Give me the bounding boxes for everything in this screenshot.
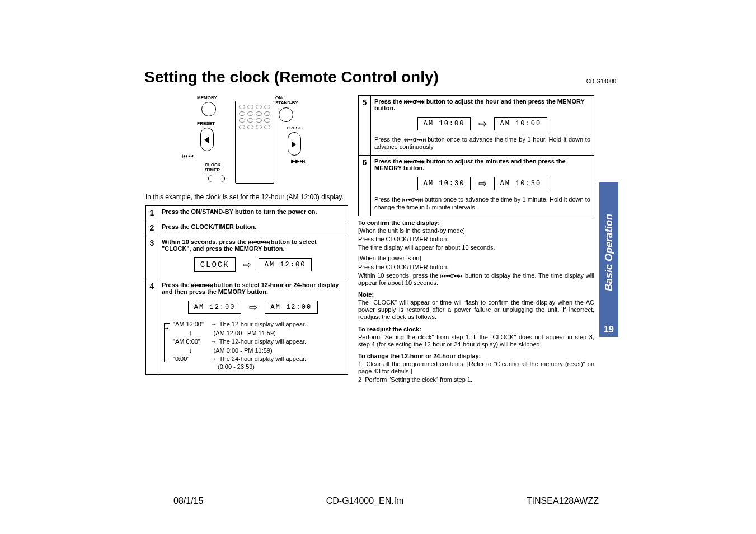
arrow-icon: ⇨ xyxy=(478,177,487,190)
steps-table-right: 5 Press the ⏮ ◀◀ or ▶▶ ⏭ button to adjus… xyxy=(358,95,594,216)
option-label: "AM 12:00" xyxy=(173,321,210,327)
skip-fwd-icon: ▶▶⏭ xyxy=(291,158,306,164)
arrow-icon: ⇨ xyxy=(478,118,487,130)
preset-left-label: PRESET xyxy=(197,121,215,126)
arrow-icon: ⇨ xyxy=(243,259,251,271)
confirm-line: [When the power is on] xyxy=(358,255,594,262)
option-label: "0:00" xyxy=(173,355,210,362)
preset-left-button-icon xyxy=(200,128,214,151)
step-row: 4 Press the ⏮ ◀◀ or ▶▶ ⏭ button to selec… xyxy=(146,279,348,375)
preset-right-button-icon xyxy=(288,132,301,156)
bracket-line xyxy=(164,323,170,362)
skip-icons: ⏮ ◀◀ or ▶▶ ⏭ xyxy=(440,273,463,279)
remote-body-icon xyxy=(235,101,274,184)
preset-right-label: PRESET xyxy=(287,125,304,130)
footer-date: 08/1/15 xyxy=(173,496,203,506)
lcd-display: CLOCK xyxy=(194,257,236,272)
option-sub: (AM 12:00 - PM 11:59) xyxy=(214,330,276,336)
step-row: 1 Press the ON/STAND-BY button to turn t… xyxy=(146,206,348,221)
model-code: CD-G14000 xyxy=(586,78,616,85)
step-cell: Within 10 seconds, press the ⏮ ◀◀ or ▶▶ … xyxy=(158,236,348,279)
on-standby-button-icon xyxy=(279,107,293,122)
page-title: Setting the clock (Remote Control only) xyxy=(144,68,439,86)
skip-icons: ⏮ ◀◀ or ▶▶ ⏭ xyxy=(404,158,425,165)
down-arrow-icon: ↓ xyxy=(189,329,192,337)
skip-icons: ⏮ ◀◀ or ▶▶ ⏭ xyxy=(248,239,269,245)
step-row: 5 Press the ⏮ ◀◀ or ▶▶ ⏭ button to adjus… xyxy=(359,96,594,156)
readjust-body: Perform "Setting the clock" from step 1.… xyxy=(358,334,594,348)
footer: 08/1/15 CD-G14000_EN.fm TINSEA128AWZZ xyxy=(173,496,599,506)
option-sub: (0:00 - 23:59) xyxy=(218,363,255,370)
lcd-display: AM 12:00 xyxy=(188,301,242,314)
page-number: 19 xyxy=(599,322,618,337)
skip-back-icon: ⏮◀◀ xyxy=(182,153,194,159)
change-item: 1 Clear all the programmed contents. [Re… xyxy=(358,360,594,375)
lcd-display: AM 10:00 xyxy=(494,117,548,130)
arrow-icon: ⇨ xyxy=(249,301,257,313)
memory-button-icon xyxy=(201,102,216,116)
confirm-line: Press the CLOCK/TIMER button. xyxy=(358,236,594,243)
skip-icons: ⏮ ◀◀ or ▶▶ ⏭ xyxy=(191,282,212,288)
step-number: 2 xyxy=(146,221,158,236)
footer-file: CD-G14000_EN.fm xyxy=(326,496,404,506)
option-desc: The 12-hour display will appear. xyxy=(219,338,306,345)
confirm-line: [When the unit is in the stand-by mode] xyxy=(358,227,594,235)
option-sub: (AM 0:00 - PM 11:59) xyxy=(214,347,273,354)
step-number: 1 xyxy=(146,206,158,221)
change-item: 2 Perform "Setting the clock" from step … xyxy=(358,376,594,383)
step-row: 6 Press the ⏮ ◀◀ or ▶▶ ⏭ button to adjus… xyxy=(359,156,594,216)
step-number: 4 xyxy=(146,279,158,375)
step-cell: Press the ⏮ ◀◀ or ▶▶ ⏭ button to adjust … xyxy=(371,156,594,216)
confirm-head: To confirm the time display: xyxy=(358,219,594,226)
step-cell: Press the ⏮ ◀◀ or ▶▶ ⏭ button to select … xyxy=(158,279,348,375)
change-head: To change the 12-hour or 24-hour display… xyxy=(358,353,594,359)
lcd-display: AM 12:00 xyxy=(265,301,318,314)
lcd-display: AM 12:00 xyxy=(259,258,312,271)
step-row: 2 Press the CLOCK/TIMER button. xyxy=(146,221,348,236)
confirm-line: Press the CLOCK/TIMER button. xyxy=(358,264,594,271)
readjust-head: To readjust the clock: xyxy=(358,326,594,332)
lcd-display: AM 10:00 xyxy=(417,117,471,130)
option-desc: The 24-hour display will appear. xyxy=(219,355,306,362)
memory-label: MEMORY xyxy=(197,95,217,100)
step-text: Press the CLOCK/TIMER button. xyxy=(158,221,348,236)
section-tab: Basic Operation xyxy=(599,182,618,322)
lcd-display: AM 10:30 xyxy=(417,177,471,190)
lcd-display: AM 10:30 xyxy=(494,177,548,190)
skip-icons: ⏮ ◀◀ or ▶▶ ⏭ xyxy=(402,196,423,203)
clock-timer-label: CLOCK /TIMER xyxy=(205,162,220,172)
step-number: 5 xyxy=(359,96,371,156)
option-label: "AM 0:00" xyxy=(173,338,210,345)
confirm-line: The time display will appear for about 1… xyxy=(358,244,594,251)
clock-timer-button-icon xyxy=(208,175,225,182)
on-standby-label: ON/ STAND-BY xyxy=(275,95,298,105)
step-row: 3 Within 10 seconds, press the ⏮ ◀◀ or ▶… xyxy=(146,236,348,279)
footer-code: TINSEA128AWZZ xyxy=(527,496,599,506)
step-text: Press the ON/STAND-BY button to turn the… xyxy=(158,206,348,221)
skip-icons: ⏮ ◀◀ or ▶▶ ⏭ xyxy=(403,137,426,143)
step-cell: Press the ⏮ ◀◀ or ▶▶ ⏭ button to adjust … xyxy=(371,96,594,156)
step-number: 3 xyxy=(146,236,158,279)
note-head: Note: xyxy=(358,291,594,298)
step-number: 6 xyxy=(359,156,371,216)
steps-table-left: 1 Press the ON/STAND-BY button to turn t… xyxy=(145,205,348,375)
remote-diagram: MEMORY ON/ STAND-BY PRESET PRESET ⏮◀◀ ▶▶… xyxy=(177,95,317,188)
down-arrow-icon: ↓ xyxy=(189,346,192,354)
example-text: In this example, the clock is set for th… xyxy=(145,193,348,201)
skip-icons: ⏮ ◀◀ or ▶▶ ⏭ xyxy=(404,99,425,105)
option-desc: The 12-hour display will appear. xyxy=(219,321,306,327)
confirm-line: Within 10 seconds, press the ⏮ ◀◀ or ▶▶ … xyxy=(358,272,594,287)
note-body: The "CLOCK" will appear or time will fla… xyxy=(358,299,594,321)
